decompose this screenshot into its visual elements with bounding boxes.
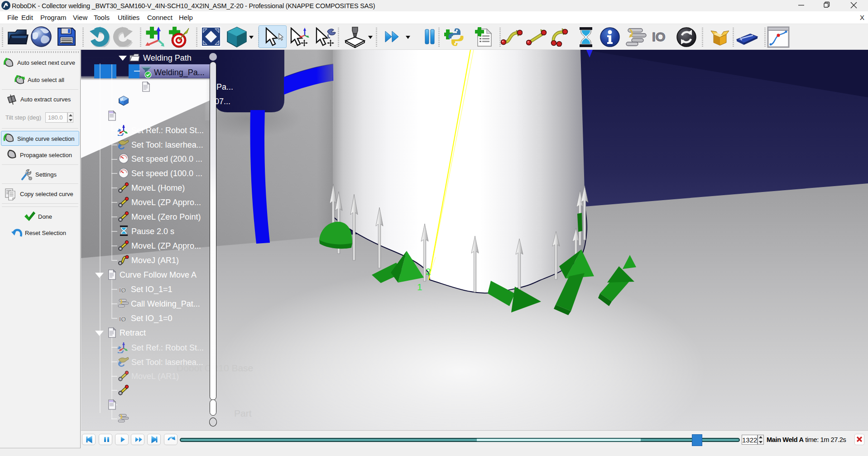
svg-text:IO: IO (652, 30, 666, 43)
